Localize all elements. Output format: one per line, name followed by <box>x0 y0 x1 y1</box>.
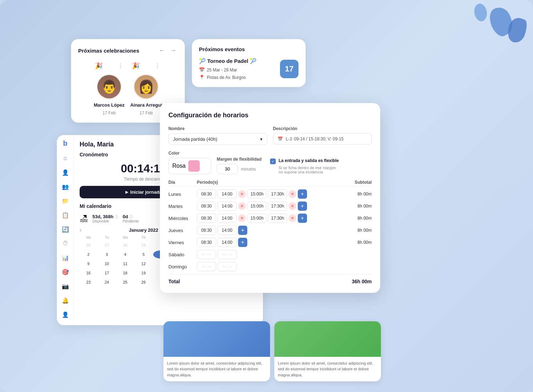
sidebar-icon-folder[interactable]: 📁 <box>59 194 72 207</box>
person-name-2: Ainara Arregui <box>130 102 162 108</box>
sidebar-icon-refresh[interactable]: 🔄 <box>59 223 72 236</box>
add-slot-lunes[interactable]: + <box>298 189 307 199</box>
add-slot-miercoles[interactable]: + <box>298 214 307 223</box>
time-from-2[interactable]: 15:00h <box>247 189 266 199</box>
sidebar-icon-user[interactable]: 👤 <box>59 166 72 179</box>
time-to-1[interactable]: 14:00 <box>217 189 237 199</box>
time-to-1[interactable]: 14:00 <box>217 202 237 211</box>
person-date-2: 17 Feb <box>140 111 153 116</box>
cal-day[interactable]: 11 <box>116 259 134 268</box>
remove-slot-2[interactable]: ✕ <box>289 190 296 198</box>
sidebar-icon-bell[interactable]: 🔔 <box>59 294 72 307</box>
descripcion-input[interactable]: 📅 L-J: 09-14 / 15-18:30; V: 09-15 <box>273 133 372 145</box>
cal-day[interactable]: 12 <box>135 259 152 268</box>
table-row: Viernes 08:30 14:00 + 8h 00m <box>168 238 372 247</box>
remove-slot-1[interactable]: ✕ <box>238 214 246 222</box>
prev-arrow[interactable]: ← <box>158 46 166 55</box>
time-to-1[interactable]: 14:00 <box>217 238 237 247</box>
remove-slot-1[interactable]: ✕ <box>238 190 246 198</box>
time-to-1[interactable]: 14:00 <box>217 226 237 235</box>
add-slot-martes[interactable]: + <box>298 202 307 211</box>
time-empty-1[interactable]: -- : -- <box>197 250 216 259</box>
start-btn-label: Iniciar jornada <box>130 189 162 195</box>
total-row: Total 36h 00m <box>168 274 372 284</box>
color-field[interactable]: Rosa <box>168 158 211 174</box>
nombre-group: Nombre Jornada partida (40h) ▾ <box>168 126 267 145</box>
cal-day[interactable]: 4 <box>116 250 134 259</box>
subtotal-lunes: 8h 00m <box>343 192 372 197</box>
time-to-2[interactable]: 17:30h <box>268 189 287 199</box>
cal-day[interactable]: 16 <box>80 269 97 277</box>
cal-day[interactable]: 28 <box>116 241 134 249</box>
remove-slot-2[interactable]: ✕ <box>289 202 296 210</box>
flexibility-label: Margen de flexibilidad <box>217 157 262 162</box>
cal-input-icon: 📅 <box>278 136 283 141</box>
remove-slot-1[interactable]: ✕ <box>238 202 246 210</box>
nombre-select[interactable]: Jornada partida (40h) ▾ <box>168 133 267 145</box>
cal-day[interactable]: 9 <box>80 259 97 268</box>
descripcion-value: L-J: 09-14 / 15-18:30; V: 09-15 <box>286 136 344 141</box>
time-from-1[interactable]: 08:30 <box>197 202 216 211</box>
table-row: Lunes 08:30 14:00 ✕ 15:00h 17:30h ✕ + 8h… <box>168 189 372 199</box>
cal-day[interactable]: 27 <box>98 241 116 249</box>
time-empty-2[interactable]: -- : -- <box>217 262 237 271</box>
cal-day[interactable]: 23 <box>80 278 97 286</box>
time-slots-martes: 08:30 14:00 ✕ 15:00h 17:30h ✕ + <box>197 202 343 211</box>
color-name: Rosa <box>172 163 185 169</box>
cal-day[interactable]: 25 <box>116 278 134 286</box>
sidebar-icon-team[interactable]: 👥 <box>59 180 72 193</box>
time-empty-1[interactable]: -- : -- <box>197 262 216 271</box>
sidebar-icon-chart[interactable]: 📊 <box>59 251 72 264</box>
next-arrow[interactable]: → <box>169 46 178 55</box>
cal-day[interactable]: 3 <box>98 250 116 259</box>
flexibility-input[interactable] <box>217 164 238 174</box>
schedule-table: Día Periodo(s) Subtotal Lunes 08:30 14:0… <box>168 180 372 284</box>
remove-slot-2[interactable]: ✕ <box>289 214 296 222</box>
cal-day[interactable]: 29 <box>135 241 152 249</box>
add-slot-jueves[interactable]: + <box>238 226 247 235</box>
app-sidebar: b ⌂ 👤 👥 📁 📋 🔄 ⏱ 📊 🎯 📷 🔔 👤 <box>57 135 74 325</box>
table-row: Domingo -- : -- -- : -- <box>168 262 372 271</box>
cal-day[interactable]: 2 <box>80 250 97 259</box>
sidebar-icon-home[interactable]: ⌂ <box>59 152 72 165</box>
checkbox-flexible[interactable]: ✓ <box>270 159 276 164</box>
cal-day[interactable]: 5 <box>135 250 152 259</box>
avatar-ainara: 👩 <box>133 74 159 100</box>
cal-day[interactable]: 19 <box>135 269 152 277</box>
time-to-1[interactable]: 14:00 <box>217 214 237 223</box>
cal-prev[interactable]: ‹ <box>80 227 81 233</box>
person-menu-1[interactable]: ⋮ <box>118 63 123 69</box>
time-to-2[interactable]: 17:30h <box>268 214 287 223</box>
schedule-card: Configuración de horarios Nombre Jornada… <box>160 103 380 293</box>
time-slots-miercoles: 08:30 14:00 ✕ 15:00h 17:30h ✕ + <box>197 214 343 223</box>
table-row: Sábado -- : -- -- : -- <box>168 250 372 259</box>
table-row: Jueves 08:30 14:00 + 8h 00m <box>168 226 372 235</box>
time-to-2[interactable]: 17:30h <box>268 202 287 211</box>
cal-day[interactable]: 10 <box>98 259 116 268</box>
time-empty-2[interactable]: -- : -- <box>217 250 237 259</box>
cal-day[interactable]: 24 <box>98 278 116 286</box>
location-icon: 📍 <box>199 75 205 80</box>
add-slot-viernes[interactable]: + <box>238 238 247 247</box>
bottom-card-2: Lorem ipsum dolor sit amet, consectetur … <box>274 321 381 382</box>
sidebar-icon-clock[interactable]: ⏱ <box>59 237 72 250</box>
calendar-icon: 📅 <box>199 67 205 73</box>
sidebar-icon-reports[interactable]: 📋 <box>59 209 72 221</box>
sidebar-icon-profile[interactable]: 👤 <box>59 308 72 321</box>
subtotal-viernes: 8h 00m <box>343 240 372 245</box>
sidebar-icon-camera[interactable]: 📷 <box>59 280 72 292</box>
time-from-1[interactable]: 08:30 <box>197 189 216 199</box>
time-from-1[interactable]: 08:30 <box>197 214 216 223</box>
cal-day[interactable]: 26 <box>80 241 97 249</box>
color-group: Color Rosa <box>168 151 211 174</box>
time-from-2[interactable]: 15:00h <box>247 202 266 211</box>
time-from-1[interactable]: 08:30 <box>197 238 216 247</box>
cal-day[interactable]: 18 <box>116 269 134 277</box>
time-from-1[interactable]: 08:30 <box>197 226 216 235</box>
cal-day[interactable]: 17 <box>98 269 116 277</box>
cal-day[interactable]: 26 <box>135 278 152 286</box>
person-menu-2[interactable]: ⋮ <box>155 63 160 69</box>
sidebar-icon-target[interactable]: 🎯 <box>59 265 72 278</box>
time-slots-viernes: 08:30 14:00 + <box>197 238 343 247</box>
time-from-2[interactable]: 15:00h <box>247 214 266 223</box>
